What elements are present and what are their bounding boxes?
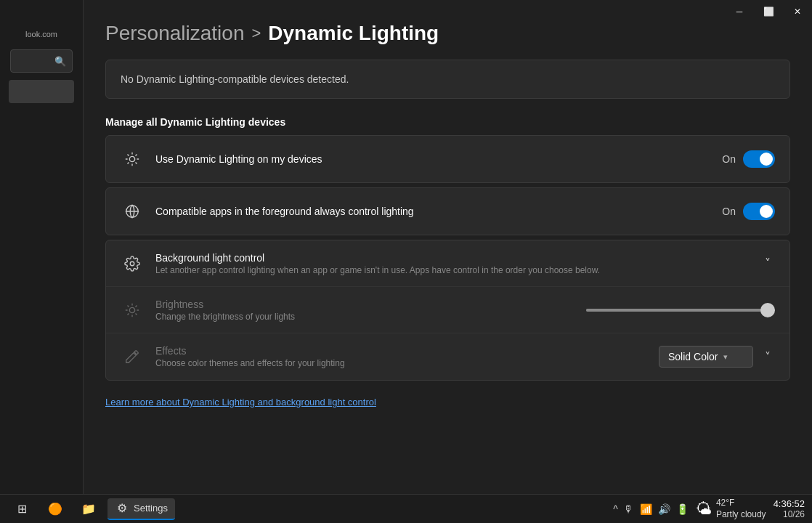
taskbar-outlook-button[interactable]: 🟠 <box>41 499 70 519</box>
compatible-apps-card: Compatible apps in the foreground always… <box>105 187 790 235</box>
dynamic-lighting-status: On <box>722 153 736 165</box>
breadcrumb-separator: > <box>251 24 261 43</box>
sidebar-logo: look.com <box>20 29 63 39</box>
background-light-sublabel: Let another app control lighting when an… <box>155 265 760 275</box>
effects-sublabel: Choose color themes and effects for your… <box>155 358 659 368</box>
brightness-icon <box>121 299 144 322</box>
gear-icon <box>121 252 144 275</box>
dynamic-lighting-control: On <box>722 150 775 168</box>
weather-icon: 🌤 <box>696 500 712 519</box>
taskbar-explorer-button[interactable]: 📁 <box>74 499 103 519</box>
file-explorer-icon: 📁 <box>81 502 96 516</box>
svg-line-18 <box>135 313 137 315</box>
svg-line-20 <box>127 313 129 315</box>
effects-control: Solid Color ▾ ˅ <box>659 346 775 368</box>
taskbar-settings-button[interactable]: ⚙ Settings <box>107 498 175 520</box>
breadcrumb-parent[interactable]: Personalization <box>105 22 244 45</box>
tray-chevron-icon[interactable]: ^ <box>613 503 618 515</box>
weather-temp: 42°F <box>716 498 766 509</box>
brightness-slider-thumb[interactable] <box>760 303 775 317</box>
background-light-control: ˅ <box>760 254 775 273</box>
sidebar-nav-item[interactable] <box>9 80 74 103</box>
effects-dropdown[interactable]: Solid Color ▾ <box>659 346 753 368</box>
tray-wifi-icon[interactable]: 📶 <box>640 503 652 515</box>
svg-line-6 <box>135 162 137 163</box>
svg-point-11 <box>130 262 134 266</box>
main-content: Personalization > Dynamic Lighting No Dy… <box>84 0 812 494</box>
effects-text: Effects Choose color themes and effects … <box>155 345 659 368</box>
compatible-apps-row: Compatible apps in the foreground always… <box>106 188 789 235</box>
section-title: Manage all Dynamic Lighting devices <box>105 116 790 128</box>
dynamic-lighting-card: Use Dynamic Lighting on my devices On <box>105 135 790 183</box>
svg-point-12 <box>129 307 134 312</box>
taskbar-left: ⊞ 🟠 📁 ⚙ Settings <box>7 498 175 520</box>
brightness-slider-fill <box>586 309 766 312</box>
tray-battery-icon[interactable]: 🔋 <box>676 503 689 515</box>
svg-line-5 <box>127 154 129 155</box>
compatible-apps-text: Compatible apps in the foreground always… <box>155 206 722 217</box>
outlook-icon: 🟠 <box>48 502 62 516</box>
taskbar-right: ^ 🎙 📶 🔊 🔋 🌤 42°F Partly cloudy 4:36:52 1… <box>613 498 805 520</box>
link-icon <box>121 200 144 223</box>
tray-mic-icon[interactable]: 🎙 <box>624 503 634 515</box>
search-icon: 🔍 <box>54 56 66 67</box>
brightness-text: Brightness Change the brightness of your… <box>155 299 586 322</box>
svg-line-7 <box>135 154 137 155</box>
background-light-label: Background light control <box>155 252 760 264</box>
brightness-slider-container <box>586 309 775 312</box>
advanced-settings-card: Background light control Let another app… <box>105 240 790 381</box>
svg-line-19 <box>135 305 137 307</box>
background-light-row: Background light control Let another app… <box>106 240 789 287</box>
tray-volume-icon[interactable]: 🔊 <box>658 503 670 515</box>
settings-icon: ⚙ <box>115 501 129 516</box>
learn-more-link[interactable]: Learn more about Dynamic Lighting and ba… <box>105 397 376 408</box>
brightness-control <box>586 309 775 312</box>
compatible-apps-toggle[interactable] <box>743 203 775 220</box>
breadcrumb: Personalization > Dynamic Lighting <box>105 22 790 45</box>
sun-icon <box>121 147 144 171</box>
compatible-apps-control: On <box>722 203 775 220</box>
sidebar: look.com 🔍 <box>0 0 84 494</box>
clock-block[interactable]: 4:36:52 10/26 <box>774 498 805 519</box>
compatible-apps-label: Compatible apps in the foreground always… <box>155 206 722 217</box>
brightness-slider-track <box>586 309 775 312</box>
dynamic-lighting-toggle[interactable] <box>743 150 775 168</box>
brightness-sublabel: Change the brightness of your lights <box>155 312 586 322</box>
breadcrumb-current: Dynamic Lighting <box>268 22 439 45</box>
weather-block[interactable]: 🌤 42°F Partly cloudy <box>696 498 766 520</box>
clock-date: 10/26 <box>774 509 805 519</box>
taskbar-settings-label: Settings <box>134 503 168 514</box>
taskbar-start-button[interactable]: ⊞ <box>7 499 36 519</box>
notice-text: No Dynamic Lighting-compatible devices d… <box>121 73 349 85</box>
effects-row: Effects Choose color themes and effects … <box>106 333 789 380</box>
sidebar-search[interactable]: 🔍 <box>10 49 73 73</box>
background-light-chevron[interactable]: ˅ <box>760 254 775 273</box>
brightness-row: Brightness Change the brightness of your… <box>106 287 789 333</box>
weather-text: 42°F Partly cloudy <box>716 498 766 520</box>
dynamic-lighting-row: Use Dynamic Lighting on my devices On <box>106 136 789 182</box>
clock-time: 4:36:52 <box>774 498 805 509</box>
dynamic-lighting-label: Use Dynamic Lighting on my devices <box>155 153 722 165</box>
compatible-apps-status: On <box>722 206 736 217</box>
taskbar: ⊞ 🟠 📁 ⚙ Settings ^ 🎙 📶 🔊 🔋 🌤 42°F Partly… <box>0 494 812 523</box>
effects-label: Effects <box>155 345 659 357</box>
brush-icon <box>121 345 144 368</box>
system-tray: ^ 🎙 📶 🔊 🔋 <box>613 503 689 515</box>
start-icon: ⊞ <box>15 502 29 516</box>
dropdown-arrow-icon: ▾ <box>723 352 728 362</box>
svg-line-8 <box>127 162 129 163</box>
svg-line-17 <box>127 305 129 307</box>
effects-chevron[interactable]: ˅ <box>760 347 775 367</box>
notice-banner: No Dynamic Lighting-compatible devices d… <box>105 60 790 99</box>
weather-condition: Partly cloudy <box>716 509 766 521</box>
background-light-text: Background light control Let another app… <box>155 252 760 275</box>
effects-dropdown-label: Solid Color <box>668 351 718 362</box>
svg-point-0 <box>129 156 134 161</box>
brightness-label: Brightness <box>155 299 586 310</box>
dynamic-lighting-text: Use Dynamic Lighting on my devices <box>155 153 722 165</box>
